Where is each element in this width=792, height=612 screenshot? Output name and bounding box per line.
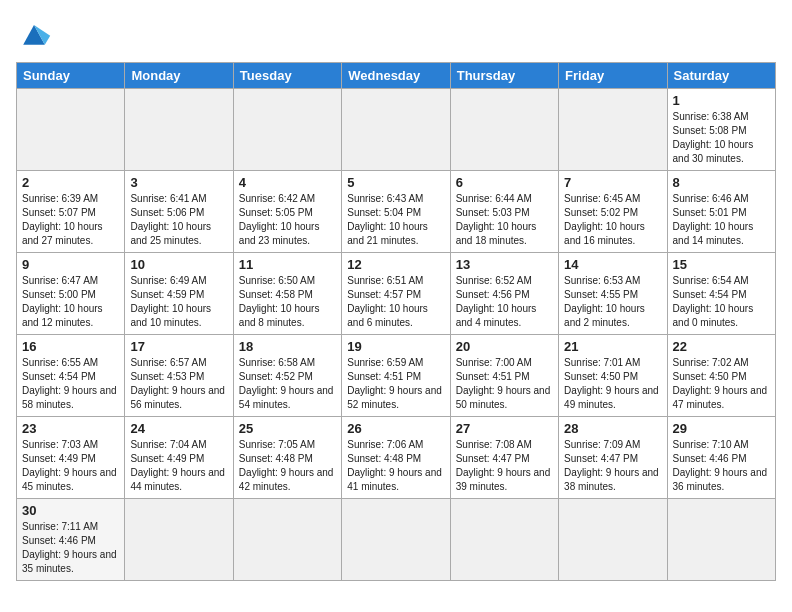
day-number: 12 (347, 257, 444, 272)
day-info: Sunrise: 6:50 AM Sunset: 4:58 PM Dayligh… (239, 274, 336, 330)
calendar-cell (450, 89, 558, 171)
day-number: 11 (239, 257, 336, 272)
day-number: 18 (239, 339, 336, 354)
calendar-cell (559, 89, 667, 171)
calendar-cell: 7Sunrise: 6:45 AM Sunset: 5:02 PM Daylig… (559, 171, 667, 253)
day-info: Sunrise: 6:41 AM Sunset: 5:06 PM Dayligh… (130, 192, 227, 248)
day-number: 7 (564, 175, 661, 190)
day-number: 27 (456, 421, 553, 436)
day-number: 3 (130, 175, 227, 190)
calendar-cell: 21Sunrise: 7:01 AM Sunset: 4:50 PM Dayli… (559, 335, 667, 417)
day-number: 26 (347, 421, 444, 436)
week-row-1: 1Sunrise: 6:38 AM Sunset: 5:08 PM Daylig… (17, 89, 776, 171)
day-info: Sunrise: 7:10 AM Sunset: 4:46 PM Dayligh… (673, 438, 770, 494)
day-info: Sunrise: 6:53 AM Sunset: 4:55 PM Dayligh… (564, 274, 661, 330)
day-info: Sunrise: 6:57 AM Sunset: 4:53 PM Dayligh… (130, 356, 227, 412)
day-number: 13 (456, 257, 553, 272)
day-number: 22 (673, 339, 770, 354)
calendar-cell: 18Sunrise: 6:58 AM Sunset: 4:52 PM Dayli… (233, 335, 341, 417)
day-info: Sunrise: 6:42 AM Sunset: 5:05 PM Dayligh… (239, 192, 336, 248)
day-info: Sunrise: 7:08 AM Sunset: 4:47 PM Dayligh… (456, 438, 553, 494)
calendar-cell: 28Sunrise: 7:09 AM Sunset: 4:47 PM Dayli… (559, 417, 667, 499)
day-info: Sunrise: 6:39 AM Sunset: 5:07 PM Dayligh… (22, 192, 119, 248)
calendar-cell: 15Sunrise: 6:54 AM Sunset: 4:54 PM Dayli… (667, 253, 775, 335)
calendar-cell: 1Sunrise: 6:38 AM Sunset: 5:08 PM Daylig… (667, 89, 775, 171)
logo-icon (16, 16, 52, 52)
weekday-header-friday: Friday (559, 63, 667, 89)
day-number: 5 (347, 175, 444, 190)
day-info: Sunrise: 6:54 AM Sunset: 4:54 PM Dayligh… (673, 274, 770, 330)
weekday-header-row: SundayMondayTuesdayWednesdayThursdayFrid… (17, 63, 776, 89)
weekday-header-saturday: Saturday (667, 63, 775, 89)
day-number: 10 (130, 257, 227, 272)
day-info: Sunrise: 7:09 AM Sunset: 4:47 PM Dayligh… (564, 438, 661, 494)
weekday-header-monday: Monday (125, 63, 233, 89)
week-row-6: 30Sunrise: 7:11 AM Sunset: 4:46 PM Dayli… (17, 499, 776, 581)
day-info: Sunrise: 7:06 AM Sunset: 4:48 PM Dayligh… (347, 438, 444, 494)
day-number: 4 (239, 175, 336, 190)
day-number: 17 (130, 339, 227, 354)
day-info: Sunrise: 6:49 AM Sunset: 4:59 PM Dayligh… (130, 274, 227, 330)
day-number: 23 (22, 421, 119, 436)
week-row-5: 23Sunrise: 7:03 AM Sunset: 4:49 PM Dayli… (17, 417, 776, 499)
day-info: Sunrise: 7:05 AM Sunset: 4:48 PM Dayligh… (239, 438, 336, 494)
week-row-2: 2Sunrise: 6:39 AM Sunset: 5:07 PM Daylig… (17, 171, 776, 253)
calendar-cell: 19Sunrise: 6:59 AM Sunset: 4:51 PM Dayli… (342, 335, 450, 417)
weekday-header-wednesday: Wednesday (342, 63, 450, 89)
calendar-cell: 16Sunrise: 6:55 AM Sunset: 4:54 PM Dayli… (17, 335, 125, 417)
day-info: Sunrise: 6:55 AM Sunset: 4:54 PM Dayligh… (22, 356, 119, 412)
day-info: Sunrise: 7:03 AM Sunset: 4:49 PM Dayligh… (22, 438, 119, 494)
weekday-header-thursday: Thursday (450, 63, 558, 89)
day-number: 29 (673, 421, 770, 436)
day-info: Sunrise: 6:43 AM Sunset: 5:04 PM Dayligh… (347, 192, 444, 248)
calendar-table: SundayMondayTuesdayWednesdayThursdayFrid… (16, 62, 776, 581)
day-info: Sunrise: 6:44 AM Sunset: 5:03 PM Dayligh… (456, 192, 553, 248)
calendar-cell: 30Sunrise: 7:11 AM Sunset: 4:46 PM Dayli… (17, 499, 125, 581)
day-number: 15 (673, 257, 770, 272)
day-number: 6 (456, 175, 553, 190)
day-number: 16 (22, 339, 119, 354)
weekday-header-sunday: Sunday (17, 63, 125, 89)
calendar-cell: 13Sunrise: 6:52 AM Sunset: 4:56 PM Dayli… (450, 253, 558, 335)
day-number: 30 (22, 503, 119, 518)
calendar-cell: 2Sunrise: 6:39 AM Sunset: 5:07 PM Daylig… (17, 171, 125, 253)
calendar-cell: 29Sunrise: 7:10 AM Sunset: 4:46 PM Dayli… (667, 417, 775, 499)
day-info: Sunrise: 6:52 AM Sunset: 4:56 PM Dayligh… (456, 274, 553, 330)
calendar-cell: 20Sunrise: 7:00 AM Sunset: 4:51 PM Dayli… (450, 335, 558, 417)
day-info: Sunrise: 6:59 AM Sunset: 4:51 PM Dayligh… (347, 356, 444, 412)
day-info: Sunrise: 7:01 AM Sunset: 4:50 PM Dayligh… (564, 356, 661, 412)
week-row-4: 16Sunrise: 6:55 AM Sunset: 4:54 PM Dayli… (17, 335, 776, 417)
calendar-cell (450, 499, 558, 581)
calendar-cell: 24Sunrise: 7:04 AM Sunset: 4:49 PM Dayli… (125, 417, 233, 499)
calendar-cell: 10Sunrise: 6:49 AM Sunset: 4:59 PM Dayli… (125, 253, 233, 335)
day-info: Sunrise: 7:04 AM Sunset: 4:49 PM Dayligh… (130, 438, 227, 494)
day-info: Sunrise: 6:46 AM Sunset: 5:01 PM Dayligh… (673, 192, 770, 248)
day-number: 21 (564, 339, 661, 354)
day-info: Sunrise: 6:38 AM Sunset: 5:08 PM Dayligh… (673, 110, 770, 166)
calendar-cell: 25Sunrise: 7:05 AM Sunset: 4:48 PM Dayli… (233, 417, 341, 499)
day-number: 24 (130, 421, 227, 436)
day-number: 1 (673, 93, 770, 108)
calendar-cell: 23Sunrise: 7:03 AM Sunset: 4:49 PM Dayli… (17, 417, 125, 499)
calendar-cell: 14Sunrise: 6:53 AM Sunset: 4:55 PM Dayli… (559, 253, 667, 335)
day-info: Sunrise: 6:47 AM Sunset: 5:00 PM Dayligh… (22, 274, 119, 330)
page-header (16, 16, 776, 52)
calendar-cell: 27Sunrise: 7:08 AM Sunset: 4:47 PM Dayli… (450, 417, 558, 499)
calendar-cell (667, 499, 775, 581)
day-info: Sunrise: 7:11 AM Sunset: 4:46 PM Dayligh… (22, 520, 119, 576)
calendar-cell: 26Sunrise: 7:06 AM Sunset: 4:48 PM Dayli… (342, 417, 450, 499)
weekday-header-tuesday: Tuesday (233, 63, 341, 89)
calendar-cell: 5Sunrise: 6:43 AM Sunset: 5:04 PM Daylig… (342, 171, 450, 253)
day-info: Sunrise: 7:02 AM Sunset: 4:50 PM Dayligh… (673, 356, 770, 412)
day-info: Sunrise: 6:45 AM Sunset: 5:02 PM Dayligh… (564, 192, 661, 248)
calendar-cell: 8Sunrise: 6:46 AM Sunset: 5:01 PM Daylig… (667, 171, 775, 253)
calendar-cell (342, 89, 450, 171)
day-number: 20 (456, 339, 553, 354)
day-number: 9 (22, 257, 119, 272)
calendar-cell: 3Sunrise: 6:41 AM Sunset: 5:06 PM Daylig… (125, 171, 233, 253)
calendar-cell: 4Sunrise: 6:42 AM Sunset: 5:05 PM Daylig… (233, 171, 341, 253)
calendar-cell (342, 499, 450, 581)
day-number: 19 (347, 339, 444, 354)
day-number: 14 (564, 257, 661, 272)
day-number: 25 (239, 421, 336, 436)
